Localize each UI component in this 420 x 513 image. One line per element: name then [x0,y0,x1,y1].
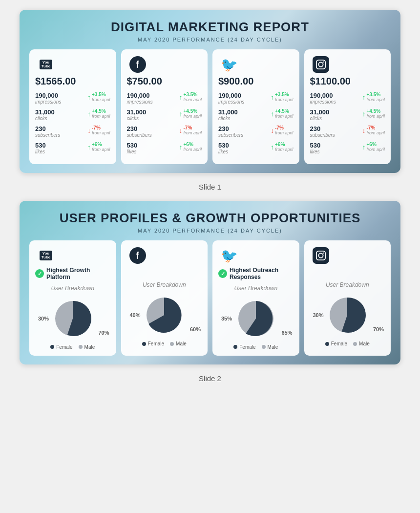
yt-badge: ✓ Highest Growth Platform [35,267,110,281]
youtube-price: $1565.00 [35,76,110,87]
fb-legend: Female Male [127,341,202,346]
slide-1-subtitle: MAY 2020 PERFORMANCE (24 DAY CYCLE) [29,37,391,43]
up-arrow-icon: ↑ [271,143,274,151]
male-dot [353,342,357,346]
youtube-card: You Tube $1565.00 190,000 impressions ↑ … [29,49,116,164]
ig-male-legend: Male [353,341,370,346]
ig-male-label: 70% [373,326,384,332]
fb-female-label: 40% [130,312,141,318]
ig-pie-chart: 30% 70% [310,293,385,337]
male-dot [170,342,174,346]
ig-stat-clicks: 31,000 clicks ↑ +4.5% from april [310,108,385,121]
female-dot [233,345,237,349]
tw-badge: ✓ Highest Outreach Responses [218,267,294,281]
instagram-icon-wrap [310,56,332,73]
tw-female-label: 35% [221,316,232,321]
check-icon: ✓ [35,269,44,278]
male-dot [262,345,266,349]
slide-1: DIGITAL MARKETING REPORT MAY 2020 PERFOR… [20,10,400,173]
facebook-card: f $750.00 190,000 impressions ↑ +3.5% fr… [121,49,208,164]
yt-stat-likes: 530 likes ↑ +6% from april [35,142,110,154]
twitter-price: $900.00 [218,76,294,87]
tw-stat-subscribers: 230 subscribers ↓ -7% from april [218,125,294,138]
yt-female-legend: Female [50,344,72,350]
yt-male-legend: Male [79,344,95,350]
ig-breakdown-icon [310,247,332,264]
yt-pie-svg [51,297,95,341]
down-arrow-icon: ↓ [271,127,274,134]
tw-male-label: 65% [281,330,292,336]
svg-rect-6 [316,251,325,260]
instagram-card: $1100.00 190,000 impressions ↑ +3.5% fro… [304,49,391,164]
check-icon-2: ✓ [218,269,227,278]
yt-breakdown-icon: You Tube [35,247,57,264]
slide-2: USER PROFILES & GROWTH OPPORTUNITIES MAY… [20,201,400,364]
youtube-breakdown-card: You Tube ✓ Highest Growth Platform User … [29,240,116,356]
slide-1-cards: You Tube $1565.00 190,000 impressions ↑ … [29,49,391,164]
down-arrow-icon: ↓ [362,127,365,134]
ig-breakdown-title: User Breakdown [310,281,385,288]
twitter-card: 🐦 $900.00 190,000 impressions ↑ +3.5% fr… [212,49,299,164]
slide-1-label: Slide 1 [199,183,221,191]
svg-point-8 [322,253,323,254]
female-dot [325,342,329,346]
fb-male-legend: Male [170,341,187,346]
slide-2-cards: You Tube ✓ Highest Growth Platform User … [29,240,391,356]
fb-stat-clicks: 31,000 clicks ↑ +4.5% from april [127,108,202,121]
ig-stat-likes: 530 likes ↑ +6% from april [310,142,385,154]
tw-female-legend: Female [233,344,255,350]
up-arrow-icon: ↑ [271,93,274,101]
twitter-bird-icon-2: 🐦 [221,248,238,264]
yt-male-label: 70% [98,330,109,336]
up-arrow-icon: ↑ [271,110,274,118]
up-arrow-icon: ↑ [179,110,182,118]
fb-female-legend: Female [142,341,164,346]
svg-point-2 [322,62,323,63]
up-arrow-icon: ↑ [362,143,365,151]
instagram-breakdown-card: User Breakdown 30% 70% Female [304,240,391,356]
female-dot [50,345,54,349]
yt-stat-subscribers: 230 subscribers ↓ -7% from april [35,125,110,138]
fb-breakdown-title: User Breakdown [127,281,202,288]
up-arrow-icon: ↑ [87,93,91,101]
tw-legend: Female Male [218,344,294,350]
male-dot [79,345,83,349]
fb-stat-impressions: 190,000 impressions ↑ +3.5% from april [127,92,202,105]
down-arrow-icon: ↓ [87,127,91,134]
instagram-icon-2 [313,247,329,264]
yt-stat-impressions: 190,000 impressions ↑ +3.5% from april [35,92,110,105]
slide-2-label: Slide 2 [199,374,221,383]
twitter-bird-icon: 🐦 [221,57,238,73]
up-arrow-icon: ↑ [179,93,182,101]
tw-breakdown-icon: 🐦 [218,247,240,264]
up-arrow-icon: ↑ [362,93,365,101]
ig-legend: Female Male [310,341,385,346]
slide-2-title: USER PROFILES & GROWTH OPPORTUNITIES [29,211,391,226]
yt-breakdown-title: User Breakdown [35,285,110,292]
up-arrow-icon: ↑ [179,143,182,151]
tw-male-legend: Male [262,344,278,350]
yt-female-label: 30% [38,316,49,321]
tw-stat-clicks: 31,000 clicks ↑ +4.5% from april [218,108,294,121]
instagram-price: $1100.00 [310,76,385,87]
up-arrow-icon: ↑ [87,143,91,151]
youtube-icon: You Tube [35,56,57,73]
svg-point-7 [318,253,323,257]
fb-pie-svg [142,293,186,337]
up-arrow-icon: ↑ [87,110,91,118]
yt-pie-chart: 30% 70% [35,297,110,341]
yt-legend: Female Male [35,344,110,350]
fb-stat-subscribers: 230 subscribers ↓ -7% from april [127,125,202,138]
female-dot [142,342,146,346]
tw-pie-svg [234,297,278,341]
up-arrow-icon: ↑ [362,110,365,118]
down-arrow-icon: ↓ [179,127,182,134]
ig-stat-subscribers: 230 subscribers ↓ -7% from april [310,125,385,138]
tw-breakdown-title: User Breakdown [218,285,294,292]
fb-pie-chart: 40% 60% [127,293,202,337]
svg-rect-0 [316,60,325,69]
tw-stat-impressions: 190,000 impressions ↑ +3.5% from april [218,92,294,105]
tw-stat-likes: 530 likes ↑ +6% from april [218,142,294,154]
ig-pie-svg [325,293,369,337]
ig-stat-impressions: 190,000 impressions ↑ +3.5% from april [310,92,385,105]
